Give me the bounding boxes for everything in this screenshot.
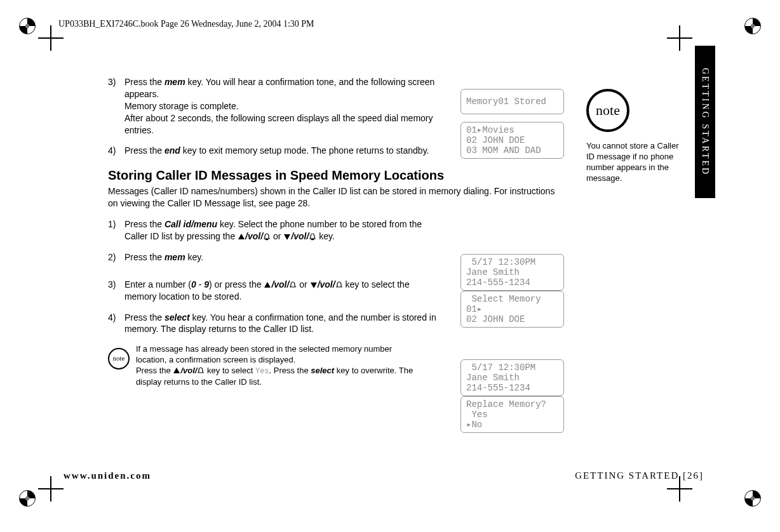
down-arrow-icon — [310, 281, 318, 289]
key-name: select — [165, 312, 190, 323]
text: If a message has already been stored in … — [136, 344, 392, 364]
section-tab: GETTING STARTED — [695, 46, 715, 198]
text: Press the — [136, 366, 173, 375]
registration-mark — [744, 18, 761, 34]
up-arrow-icon — [173, 367, 180, 375]
text: key. — [319, 231, 335, 241]
vol-key: /vol/ — [245, 231, 263, 241]
footer-page: GETTING STARTED [26] — [575, 470, 704, 481]
key-name: mem — [165, 77, 185, 87]
step-text: Press the Call id/menu key. Select the p… — [124, 218, 442, 243]
up-arrow-icon — [264, 281, 271, 289]
vol-key: /vol/ — [180, 366, 197, 375]
svg-marker-4 — [173, 368, 180, 373]
text: Enter a number ( — [124, 279, 191, 289]
up-arrow-icon — [238, 233, 245, 241]
crop-mark — [44, 482, 57, 495]
lcd-screen-select-memory: Select Memory 01▸ 02 JOHN DOE — [461, 291, 564, 328]
page-header: UP033BH_EXI7246C.book Page 26 Wednesday,… — [58, 19, 314, 29]
key-name: select — [311, 366, 334, 375]
step-number: 4) — [108, 145, 122, 157]
down-arrow-icon — [283, 233, 291, 241]
cid-step-1: 1) Press the Call id/menu key. Select th… — [108, 218, 565, 243]
registration-mark — [19, 18, 36, 34]
ringer-icon — [335, 281, 343, 289]
page-footer: www.uniden.com GETTING STARTED [26] — [64, 470, 704, 481]
step-number: 2) — [108, 251, 122, 263]
text: Press the — [124, 312, 165, 323]
key-name: Call id/menu — [165, 219, 217, 229]
svg-marker-0 — [238, 234, 245, 239]
lcd-screen-caller-id-2: 5/17 12:30PM Jane Smith 214-555-1234 — [461, 359, 564, 396]
step-number: 4) — [108, 312, 122, 324]
step-number: 3) — [108, 279, 122, 291]
note-icon: note — [586, 89, 629, 132]
text: Press the — [124, 145, 165, 156]
text: Press the — [124, 77, 165, 87]
svg-marker-2 — [264, 282, 271, 288]
note-text: If a message has already been stored in … — [136, 344, 415, 387]
crop-mark — [673, 482, 686, 495]
key-name: 0 — [191, 279, 196, 289]
key-name: 9 — [204, 279, 209, 289]
crop-mark — [44, 32, 57, 44]
section-heading: Storing Caller ID Messages in Speed Memo… — [108, 168, 565, 183]
note-icon: note — [108, 348, 130, 369]
svg-marker-3 — [311, 283, 317, 288]
vol-key: /vol/ — [291, 231, 309, 241]
vol-key: /vol/ — [271, 279, 289, 289]
vol-key: /vol/ — [318, 279, 335, 289]
lcd-screen-memory-stored: Memory01 Stored — [461, 89, 564, 114]
step-text: Press the mem key. You will hear a confi… — [124, 76, 442, 136]
crop-mark — [673, 32, 686, 44]
key-name: end — [165, 145, 180, 156]
ringer-icon — [197, 367, 205, 375]
key-name: mem — [165, 252, 185, 262]
margin-note: note You cannot store a Caller ID messag… — [586, 89, 685, 184]
text: . Press the — [269, 366, 311, 375]
text: ) or press the — [209, 279, 264, 289]
registration-mark — [744, 490, 761, 507]
section-intro: Messages (Caller ID names/numbers) shown… — [108, 185, 565, 209]
text: Memory storage is complete. — [124, 101, 239, 111]
text: Press the — [124, 219, 165, 229]
step-number: 3) — [108, 76, 122, 88]
lcd-text: Yes — [255, 367, 269, 376]
step-text: Press the mem key. — [124, 251, 442, 263]
registration-mark — [19, 490, 36, 507]
lcd-screen-memory-list: 01▸Movies 02 JOHN DOE 03 MOM AND DAD — [461, 122, 564, 159]
text: key. — [185, 252, 204, 262]
text: or — [299, 279, 309, 289]
step-text: Enter a number (0 - 9) or press the /vol… — [124, 279, 442, 303]
text: key to exit memory setup mode. The phone… — [180, 145, 429, 156]
step-text: Press the select key. You hear a confirm… — [124, 312, 442, 336]
ringer-icon — [289, 281, 297, 289]
text: or — [273, 231, 283, 241]
text: - — [196, 279, 204, 289]
step-number: 1) — [108, 218, 122, 230]
note-text: You cannot store a Caller ID message if … — [586, 141, 685, 184]
text: Press the — [124, 252, 165, 262]
ringer-icon — [309, 233, 316, 241]
lcd-screen-replace-memory: Replace Memory? Yes ▸No — [461, 396, 564, 433]
ringer-icon — [263, 233, 271, 241]
footer-url: www.uniden.com — [64, 470, 151, 481]
svg-marker-1 — [284, 234, 290, 240]
text: After about 2 seconds, the following scr… — [124, 113, 433, 135]
text: key to select — [207, 366, 255, 375]
lcd-screen-caller-id: 5/17 12:30PM Jane Smith 214-555-1234 — [461, 254, 564, 291]
